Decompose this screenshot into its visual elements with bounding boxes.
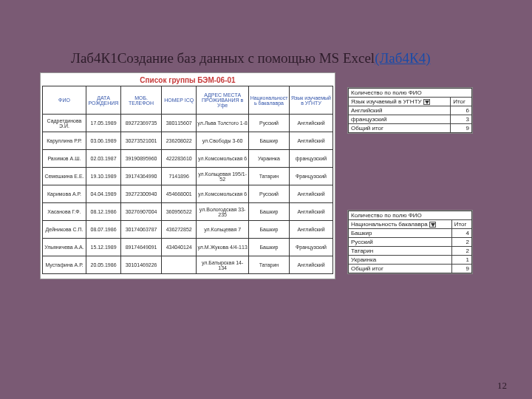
table-cell: 39174364990 [121,168,162,185]
slide-title: Лаб4К1Создание баз данных с помощью MS E… [71,50,430,66]
page-number: 12 [497,380,507,392]
table-cell: 89174649091 [121,239,162,256]
table-cell: 30273521001 [121,132,162,150]
table-cell: Русский [249,185,290,203]
table-cell: Семешкина Е.Е. [43,168,86,185]
table-row: Дейникова С.П.08.07.19863017406378743627… [43,221,333,239]
table-cell: Рахимов А.Ш. [43,150,86,168]
table-cell: 15.12.1989 [86,239,120,256]
table-cell: Английский [290,185,333,203]
table-cell: ул.Батырская 14-134 [197,256,249,274]
table-cell: 02.03.1987 [86,150,120,168]
pivot2-header: Количество по полю ФИО [349,211,472,220]
table-cell: 30174063787 [121,221,162,239]
col-header: НОМЕР ICQ [162,86,197,115]
table-cell: 7141896 [162,168,197,185]
table-cell: 89272369735 [121,115,162,132]
list-title: Список группы БЭМ-06-01 [42,76,333,84]
table-cell: Французский [290,168,333,185]
pivot-nationality: Количество по полю ФИО Национальность ба… [347,210,473,274]
table-row: Садретдинова Э.И.17.05.19898927236973538… [43,115,333,132]
col-header: Национальность бакалавра [249,86,290,115]
pivot-value: 2 [451,247,471,256]
table-cell: ул.Комсомольская 6 [197,150,249,168]
pivot-label: Башкир [349,229,452,238]
table-cell: 360956522 [162,203,197,221]
pivot1-group-cell[interactable]: Язык изучаемый в УГНТУ [349,98,451,106]
pivot-row: Английский6 [349,106,472,115]
pivot-value: 4 [451,229,471,238]
table-cell: Башкир [249,239,290,256]
title-text: Лаб4К1Создание баз данных с помощью MS E… [71,50,375,66]
table-cell: Русский [249,115,290,132]
table-row: Семешкина Е.Е.19.10.19893917436499071418… [43,168,333,185]
pivot-value: 6 [451,106,472,115]
table-cell: Английский [290,203,333,221]
table-cell: Украинка [249,150,290,168]
table-cell: Английский [290,221,333,239]
table-cell: Мустафина А.Р. [43,256,86,274]
table-cell: 39190895960 [121,150,162,168]
table-cell: Французский [290,239,333,256]
table-cell: ул.Льва Толстого 1-8 [197,115,249,132]
table-cell: 236208022 [162,132,197,150]
pivot-row: Татарин2 [349,247,472,256]
table-cell: 434040124 [162,239,197,256]
table-cell: Каримова А.Р. [43,185,86,203]
table-cell: 03.06.1989 [86,132,120,150]
col-header: ДАТА РОЖДЕНИЯ [86,86,120,115]
table-cell: ул.Кольцевая 195/1-52 [197,168,249,185]
table-row: Рахимов А.Ш.02.03.1987391908959604222836… [43,150,333,168]
table-cell: 380115607 [162,115,197,132]
pivot-row: Общий итог9 [349,265,472,273]
table-cell: 08.07.1986 [86,221,120,239]
table-cell: французский [290,150,333,168]
table-cell: Хасанова Г.Ф. [43,203,86,221]
pivot-label: французский [349,115,451,124]
title-link[interactable]: (Лаб4К4) [375,50,430,66]
pivot1-value-label: Итог [451,98,472,106]
pivot-row: Украинка1 [349,256,472,265]
pivot-label: Английский [349,106,451,115]
table-cell: Английский [290,115,333,132]
col-header: АДРЕС МЕСТА ПРОЖИВАНИЯ в Уфе [197,86,249,115]
pivot-value: 3 [451,115,472,124]
chevron-down-icon[interactable] [423,99,430,105]
pivot-label: Общий итог [349,124,451,133]
pivot-value: 1 [451,256,471,265]
table-row: Каримова А.Р.04.04.198939272300940454668… [43,185,333,203]
table-cell: Татарин [249,256,290,274]
pivot-label: Украинка [349,256,452,265]
table-cell: Каруллина Р.Р. [43,132,86,150]
pivot-value: 9 [451,265,471,273]
col-header: Язык изучаемый в УГНТУ [290,86,333,115]
table-cell: 30276907004 [121,203,162,221]
table-cell: Татарин [249,168,290,185]
table-cell: 17.05.1989 [86,115,120,132]
table-cell: ул.Комсомольская 6 [197,185,249,203]
table-cell: 19.10.1989 [86,168,120,185]
chevron-down-icon[interactable] [429,222,436,228]
table-cell: 08.12.1986 [86,203,120,221]
table-cell: Ульяничева А.А. [43,239,86,256]
main-table-container: Список группы БЭМ-06-01 ФИОДАТА РОЖДЕНИЯ… [40,72,335,279]
pivot-row: французский3 [349,115,472,124]
table-cell: Башкир [249,221,290,239]
table-cell: 04.04.1989 [86,185,120,203]
table-cell: 454668001 [162,185,197,203]
students-table: ФИОДАТА РОЖДЕНИЯМОБ. ТЕЛЕФОННОМЕР ICQАДР… [42,86,333,274]
table-cell: ул.Вологодская 33-235 [197,203,249,221]
pivot-row: Башкир4 [349,229,472,238]
table-cell: Английский [290,132,333,150]
table-row: Ульяничева А.А.15.12.1989891746490914340… [43,239,333,256]
table-cell: 20.05.1986 [86,256,120,274]
pivot-row: Русский2 [349,238,472,247]
pivot2-value-label: Итог [451,220,471,229]
table-cell: Английский [290,256,333,274]
pivot-row: Общий итог9 [349,124,472,133]
table-cell: ул.Кольцевая 7 [197,221,249,239]
table-cell: Садретдинова Э.И. [43,115,86,132]
table-cell: ул.Свободы 3-60 [197,132,249,150]
pivot2-group-cell[interactable]: Национальность бакалавра [349,220,452,229]
pivot-language: Количество по полю ФИО Язык изучаемый в … [347,87,473,134]
